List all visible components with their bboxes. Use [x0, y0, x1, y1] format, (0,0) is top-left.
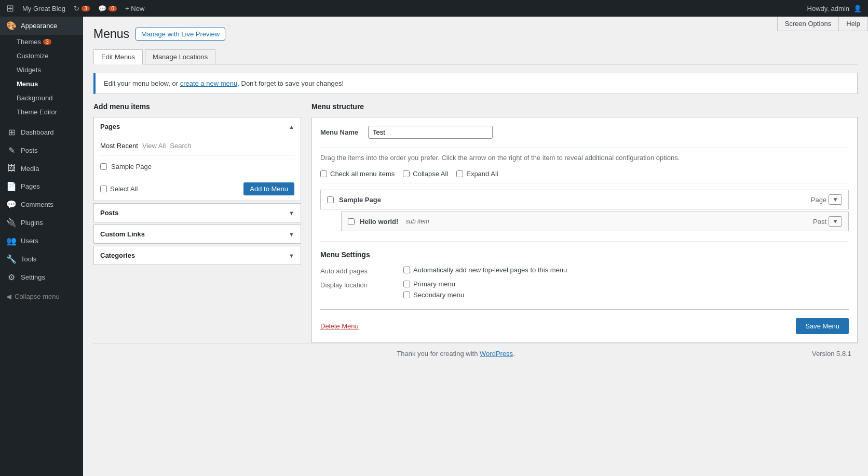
auto-add-checkbox[interactable] [403, 267, 410, 273]
auto-add-pages-label: Auto add pages [320, 266, 393, 275]
collapse-menu-button[interactable]: ◀ Collapse menu [0, 286, 83, 307]
content-area: Add menu items Pages ▲ Most Recent View … [93, 102, 858, 343]
pages-tab-most-recent[interactable]: Most Recent [100, 141, 138, 151]
sidebar-item-users[interactable]: 👥 Users [0, 232, 83, 250]
adminbar-site-name[interactable]: My Great Blog [22, 5, 65, 12]
sidebar-subitem-theme-editor[interactable]: Theme Editor [0, 105, 83, 119]
primary-menu-option-label[interactable]: Primary menu [403, 280, 464, 288]
sidebar: 🎨 Appearance Themes 3 Customize Widgets … [0, 17, 83, 476]
footer-wordpress-link[interactable]: WordPress [480, 350, 513, 358]
select-all-pages-checkbox[interactable] [100, 186, 107, 192]
sidebar-subitem-customize[interactable]: Customize [0, 49, 83, 63]
page-title: Menus [93, 27, 129, 41]
live-preview-button[interactable]: Manage with Live Preview [135, 28, 225, 41]
sidebar-subitem-widgets[interactable]: Widgets [0, 63, 83, 77]
sidebar-subitem-background[interactable]: Background [0, 91, 83, 105]
screen-options-button[interactable]: Screen Options [777, 17, 839, 31]
custom-links-accordion-header[interactable]: Custom Links ▼ [94, 225, 301, 243]
wp-logo-icon[interactable]: ⊞ [6, 3, 14, 14]
menu-structure-title: Menu structure [311, 102, 858, 111]
pages-tab-view-all[interactable]: View All [142, 141, 166, 151]
menu-item-sample-page-type: Page ▼ [811, 194, 842, 205]
dashboard-icon: ⊞ [6, 127, 17, 137]
sidebar-subitem-themes[interactable]: Themes 3 [0, 35, 83, 49]
help-button[interactable]: Help [838, 17, 868, 31]
menu-item-sample-page-dropdown[interactable]: ▼ [829, 194, 842, 205]
select-all-label[interactable]: Select All [110, 185, 138, 193]
check-all-checkbox[interactable] [320, 170, 327, 177]
display-location-label: Display location [320, 280, 393, 299]
tab-manage-locations[interactable]: Manage Locations [145, 49, 215, 64]
menu-item-sample-page-label: Sample Page [339, 196, 381, 204]
menu-footer: Delete Menu Save Menu [320, 309, 849, 334]
pages-accordion-header[interactable]: Pages ▲ [94, 117, 301, 136]
add-to-menu-button[interactable]: Add to Menu [243, 182, 294, 195]
sidebar-item-tools[interactable]: 🔧 Tools [0, 250, 83, 268]
footer-text: Thank you for creating with [397, 350, 480, 358]
menu-subitem-hello-world-label: Hello world! [360, 218, 398, 226]
save-menu-button[interactable]: Save Menu [796, 318, 849, 334]
admin-bar: ⊞ My Great Blog ↻ 3 💬 0 + New Howdy, adm… [0, 0, 868, 17]
adminbar-new[interactable]: + New [125, 5, 144, 12]
collapse-all-checkbox[interactable] [403, 170, 410, 177]
menu-subitem-hello-world-dropdown[interactable]: ▼ [829, 216, 842, 227]
menu-structure-box: Menu Name Drag the items into the order … [311, 117, 858, 343]
sidebar-item-appearance[interactable]: 🎨 Appearance [0, 17, 83, 35]
notice-text: Edit your menu below, or [104, 80, 180, 87]
sidebar-item-pages[interactable]: 📄 Pages [0, 177, 83, 195]
menu-name-input[interactable] [368, 126, 493, 139]
pages-tab-nav: Most Recent View All Search [100, 141, 294, 155]
collapse-all-label[interactable]: Collapse All [403, 170, 448, 178]
page-footer: Thank you for creating with WordPress. V… [93, 343, 858, 364]
adminbar-comments[interactable]: 💬 0 [98, 5, 117, 12]
primary-menu-checkbox[interactable] [403, 281, 410, 287]
posts-accordion-header[interactable]: Posts ▼ [94, 204, 301, 222]
expand-all-checkbox[interactable] [456, 170, 463, 177]
auto-add-option-label[interactable]: Automatically add new top-level pages to… [403, 266, 567, 274]
pages-accordion: Pages ▲ Most Recent View All Search Samp… [93, 117, 301, 201]
sidebar-item-comments[interactable]: 💬 Comments [0, 195, 83, 214]
menu-controls: Check all menu items Collapse All Expand… [320, 170, 849, 183]
right-panel: Menu structure Menu Name Drag the items … [311, 102, 858, 343]
settings-icon: ⚙ [6, 272, 17, 282]
posts-accordion-label: Posts [100, 209, 118, 217]
comments-icon: 💬 [6, 200, 17, 209]
expand-all-label[interactable]: Expand All [456, 170, 498, 178]
create-new-menu-link[interactable]: create a new menu [180, 80, 238, 87]
menu-subitem-hello-world-inner: Hello world! sub item Post ▼ [342, 212, 848, 231]
sidebar-item-posts[interactable]: ✎ Posts [0, 141, 83, 160]
delete-menu-button[interactable]: Delete Menu [320, 322, 359, 330]
tab-edit-menus[interactable]: Edit Menus [93, 49, 143, 64]
categories-accordion-label: Categories [100, 252, 135, 259]
menu-subitem-hello-world-meta: sub item [405, 218, 429, 225]
secondary-menu-option-label[interactable]: Secondary menu [403, 291, 464, 299]
tabs: Edit Menus Manage Locations [93, 49, 858, 64]
sidebar-item-settings[interactable]: ⚙ Settings [0, 268, 83, 286]
main-content: Menus Manage with Live Preview Edit Menu… [83, 17, 868, 476]
sidebar-item-media[interactable]: 🖼 Media [0, 160, 83, 177]
sidebar-subitem-menus[interactable]: Menus [0, 77, 83, 91]
pages-tab-search[interactable]: Search [170, 141, 191, 151]
menu-item-sample-page-checkbox[interactable] [327, 196, 334, 203]
secondary-menu-checkbox[interactable] [403, 292, 410, 298]
appearance-icon: 🎨 [6, 21, 17, 31]
categories-accordion-arrow-icon: ▼ [289, 253, 294, 259]
menu-name-label: Menu Name [320, 128, 362, 136]
sidebar-item-plugins[interactable]: 🔌 Plugins [0, 214, 83, 232]
pages-accordion-label: Pages [100, 123, 120, 130]
adminbar-updates[interactable]: ↻ 3 [74, 5, 90, 12]
notice-text-after: . Don't forget to save your changes! [237, 80, 344, 87]
adminbar-avatar-icon[interactable]: 👤 [853, 5, 862, 12]
sidebar-item-dashboard[interactable]: ⊞ Dashboard [0, 123, 83, 141]
categories-accordion-header[interactable]: Categories ▼ [94, 246, 301, 265]
menu-subitem-hello-world-checkbox[interactable] [348, 218, 355, 225]
menu-settings-title: Menu Settings [320, 250, 849, 259]
custom-links-accordion: Custom Links ▼ [93, 224, 301, 244]
menu-subitem-hello-world: Hello world! sub item Post ▼ [341, 211, 849, 231]
left-panel: Add menu items Pages ▲ Most Recent View … [93, 102, 301, 343]
sample-page-checkbox[interactable] [100, 163, 107, 170]
check-all-label[interactable]: Check all menu items [320, 170, 395, 178]
top-right-controls: Screen Options Help [777, 17, 868, 31]
sample-page-label[interactable]: Sample Page [111, 163, 152, 170]
pages-list-item: Sample Page [100, 161, 294, 173]
